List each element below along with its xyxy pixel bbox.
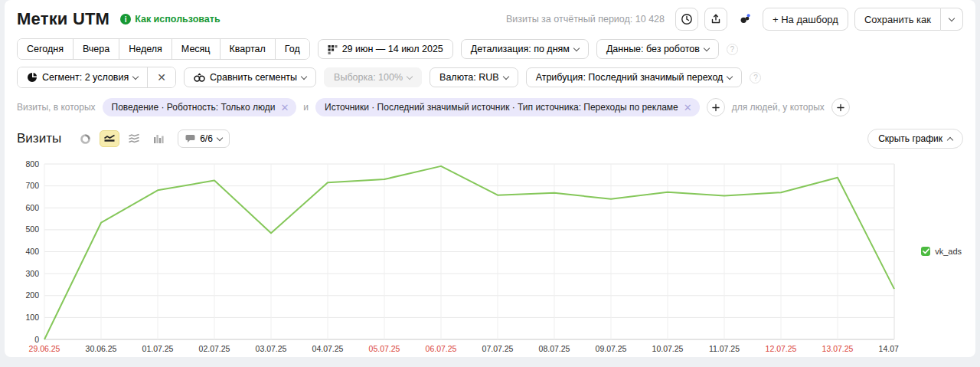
help-icon[interactable]: ? <box>750 72 761 84</box>
header: Метки UTM i Как использовать Визиты за о… <box>17 8 963 31</box>
chevron-down-icon <box>502 73 508 79</box>
line-chart-icon <box>103 133 116 144</box>
segment-pie-icon <box>27 72 38 83</box>
data-mode-label: Данные: без роботов <box>606 44 700 54</box>
y-axis-label: 500 <box>25 224 39 234</box>
legend-checkbox-icon[interactable] <box>921 247 930 256</box>
stacked-area-icon <box>128 133 140 144</box>
x-axis-label: 10.07.25 <box>652 344 684 353</box>
segment-label: Сегмент: 2 условия <box>42 72 129 83</box>
period-total: Визиты за отчётный период: 10 428 <box>506 14 665 25</box>
series-count-dropdown[interactable]: 6/6 <box>178 129 230 148</box>
visits-in-which-label: Визиты, в которых <box>17 102 96 113</box>
y-axis-label: 0 <box>34 335 39 344</box>
chevron-down-icon <box>727 73 733 79</box>
y-axis-label: 300 <box>25 269 39 278</box>
x-axis-label: 13.07.25 <box>822 344 854 353</box>
sampling-dropdown: Выборка: 100% <box>324 67 422 87</box>
chevron-down-icon <box>217 134 223 140</box>
plus-icon <box>837 103 844 112</box>
filter-chip-source[interactable]: Источники · Последний значимый источник … <box>315 98 700 116</box>
chart-type-stacked-button[interactable] <box>124 130 144 147</box>
period-week-button[interactable]: Неделя <box>119 39 172 59</box>
x-axis-label: 08.07.25 <box>539 344 570 353</box>
export-button[interactable] <box>704 8 727 31</box>
and-label: и <box>303 102 309 113</box>
data-mode-dropdown[interactable]: Данные: без роботов <box>596 39 719 59</box>
filter-chip-source-label: Источники · Последний значимый источник … <box>325 102 678 113</box>
chart-type-line-button[interactable] <box>100 130 119 147</box>
chevron-down-icon <box>704 44 710 51</box>
segment-group: Сегмент: 2 условия ✕ <box>17 67 176 88</box>
period-today-button[interactable]: Сегодня <box>18 39 73 59</box>
filters-row: Визиты, в которых Поведение · Роботность… <box>17 98 963 116</box>
x-axis-label: 11.07.25 <box>709 344 740 353</box>
x-axis-label: 01.07.25 <box>142 344 174 353</box>
header-actions: Визиты за отчётный период: 10 428 <box>506 8 963 31</box>
save-as-button[interactable]: Сохранить как <box>854 8 941 31</box>
chevron-down-icon <box>301 73 307 79</box>
y-axis-label: 600 <box>25 203 39 212</box>
plus-icon <box>712 103 720 112</box>
save-as-menu-button[interactable] <box>941 8 963 31</box>
x-axis-label: 04.07.25 <box>312 344 344 353</box>
close-icon[interactable]: ✕ <box>684 102 692 113</box>
add-people-filter-button[interactable] <box>831 98 850 116</box>
segment-toolbar: Сегмент: 2 условия ✕ Сравнить сегменты В… <box>17 67 963 88</box>
comment-icon <box>185 134 195 143</box>
legend-item-vk-ads[interactable]: vk_ads <box>921 247 962 256</box>
history-button[interactable] <box>675 8 698 31</box>
chart-type-pie-button[interactable] <box>75 130 95 147</box>
close-icon[interactable]: ✕ <box>280 102 289 113</box>
period-yesterday-button[interactable]: Вчера <box>73 39 119 59</box>
x-axis-label: 06.07.25 <box>426 344 457 353</box>
chevron-down-icon <box>949 15 955 21</box>
chevron-down-icon <box>573 44 580 51</box>
currency-dropdown[interactable]: Валюта: RUB <box>430 67 518 87</box>
date-range-button[interactable]: 29 июн — 14 июл 2025 <box>318 39 453 59</box>
segment-clear-button[interactable]: ✕ <box>147 67 175 87</box>
chevron-up-icon <box>947 136 953 143</box>
experiments-button[interactable] <box>733 8 756 31</box>
how-to-use-link[interactable]: i Как использовать <box>120 14 220 25</box>
add-to-dashboard-button[interactable]: + На дашборд <box>763 8 848 31</box>
currency-label: Валюта: RUB <box>439 72 499 83</box>
calendar-grid-icon <box>328 44 338 54</box>
y-axis-label: 700 <box>25 181 39 190</box>
filter-chip-robots[interactable]: Поведение · Роботность: Только люди ✕ <box>103 98 297 116</box>
attribution-dropdown[interactable]: Атрибуция: Последний значимый переход <box>526 67 743 87</box>
how-to-use-label: Как использовать <box>135 14 220 25</box>
add-visit-filter-button[interactable] <box>707 98 725 116</box>
save-as-label: Сохранить как <box>864 14 931 25</box>
y-axis-label: 800 <box>25 159 39 169</box>
x-axis-label: 09.07.25 <box>596 344 627 353</box>
x-axis-label: 29.06.25 <box>29 344 60 353</box>
period-quarter-button[interactable]: Квартал <box>220 39 275 59</box>
compare-segments-dropdown[interactable]: Сравнить сегменты <box>184 67 316 87</box>
bubbles-icon <box>739 12 751 26</box>
x-axis-label: 07.07.25 <box>482 344 514 353</box>
donut-chart-icon <box>80 133 91 145</box>
y-axis-label: 200 <box>25 290 39 300</box>
x-axis-label: 12.07.25 <box>766 344 797 353</box>
help-icon[interactable]: ? <box>727 44 738 55</box>
visits-line-chart: 010020030040050060070080029.06.2530.06.2… <box>17 156 899 357</box>
series-line-vk_ads <box>44 166 894 339</box>
period-total-label: Визиты за отчётный период: <box>506 14 632 25</box>
period-month-button[interactable]: Месяц <box>172 39 220 59</box>
x-axis-label: 02.07.25 <box>199 344 230 353</box>
compare-segments-label: Сравнить сегменты <box>210 72 297 83</box>
hide-chart-button[interactable]: Скрыть график <box>867 129 963 149</box>
chart-type-columns-button[interactable] <box>149 130 168 147</box>
segment-dropdown[interactable]: Сегмент: 2 условия <box>18 67 147 87</box>
series-count-label: 6/6 <box>200 133 213 144</box>
detalization-dropdown[interactable]: Детализация: по дням <box>461 39 589 59</box>
period-total-value: 10 428 <box>635 14 665 25</box>
period-year-button[interactable]: Год <box>275 39 309 59</box>
x-axis-label: 30.06.25 <box>86 344 117 353</box>
x-axis-label: 14.07.25 <box>879 344 899 353</box>
legend-series-name: vk_ads <box>935 247 962 256</box>
export-icon <box>710 13 722 25</box>
save-as-group: Сохранить как <box>854 8 963 31</box>
detalization-label: Детализация: по дням <box>471 44 570 54</box>
